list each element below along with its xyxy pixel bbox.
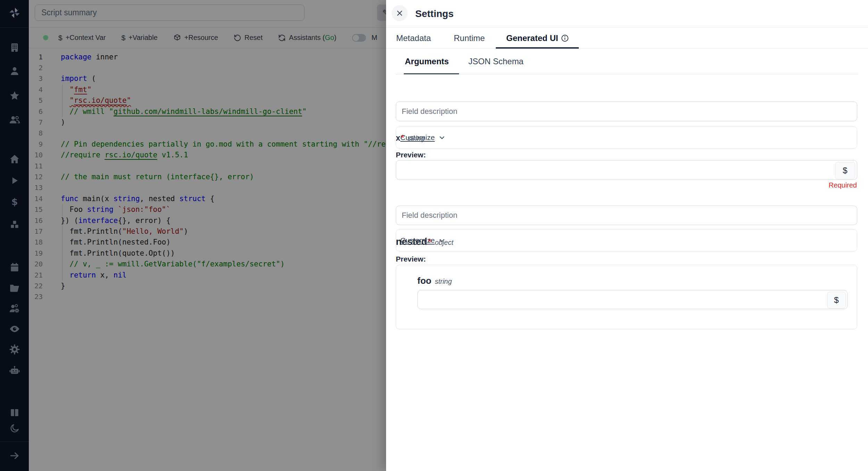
field-name: foo	[417, 275, 431, 286]
generated-ui-content: Arguments JSON Schema x* string Customiz…	[386, 49, 868, 471]
tab-metadata[interactable]: Metadata	[396, 27, 431, 49]
field-nested-preview-box: foo string $	[396, 265, 857, 329]
child-field-foo-label: foo string	[417, 275, 452, 286]
field-nested-customize-link[interactable]: Customize	[400, 236, 446, 245]
child-field-foo-input[interactable]: $	[417, 290, 848, 309]
field-x-variable-picker-button[interactable]: $	[835, 162, 855, 179]
subtab-arguments[interactable]: Arguments	[405, 49, 449, 74]
active-subtab-underline	[404, 73, 459, 74]
child-field-variable-picker-button[interactable]: $	[827, 292, 846, 308]
settings-header: Settings	[386, 0, 868, 27]
field-x-description-input[interactable]	[396, 101, 857, 121]
info-icon	[561, 34, 569, 42]
settings-tabs: Metadata Runtime Generated UI	[386, 27, 868, 49]
dollar-icon: $	[843, 166, 847, 175]
field-nested-preview-label: Preview:	[396, 255, 426, 263]
field-nested-description-input[interactable]	[396, 206, 857, 225]
tab-generated-ui-label: Generated UI	[506, 33, 558, 43]
modal-backdrop[interactable]	[0, 0, 386, 471]
close-settings-button[interactable]	[392, 5, 408, 21]
chevron-down-icon	[438, 237, 446, 244]
field-x-required-hint: Required	[829, 181, 857, 189]
field-x-preview-input[interactable]: $	[396, 160, 857, 180]
dollar-icon: $	[834, 295, 838, 305]
close-icon	[395, 9, 404, 17]
customize-label: Customize	[400, 133, 435, 142]
subtab-json-schema[interactable]: JSON Schema	[468, 49, 524, 74]
field-x-customize-box: Customize	[396, 126, 857, 149]
tab-generated-ui[interactable]: Generated UI	[506, 27, 569, 49]
field-nested-customize-box: Customize	[396, 229, 857, 251]
tab-runtime[interactable]: Runtime	[454, 27, 485, 49]
settings-title: Settings	[415, 0, 453, 27]
customize-label: Customize	[400, 236, 435, 245]
subtab-divider	[396, 74, 858, 74]
field-x-customize-link[interactable]: Customize	[400, 133, 446, 142]
settings-drawer: Settings Metadata Runtime Generated UI A…	[386, 0, 868, 471]
field-type: string	[435, 278, 452, 286]
field-x-preview-label: Preview:	[396, 151, 426, 159]
chevron-down-icon	[438, 134, 446, 141]
